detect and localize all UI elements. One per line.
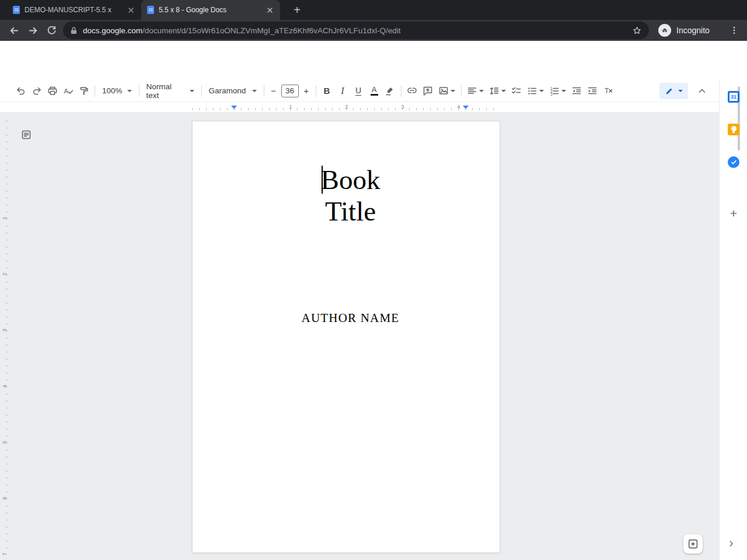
explore-icon	[687, 538, 699, 550]
image-icon	[438, 86, 449, 96]
line-spacing-button[interactable]	[487, 83, 509, 99]
toolbar-separator	[316, 85, 316, 97]
pen-icon	[665, 86, 674, 96]
browser-tab-demo-manuscript[interactable]: DEMO-MANUSCRIPT-5.5 x	[7, 0, 141, 20]
vertical-ruler[interactable]: 1 2 3 4 5 6 7	[0, 112, 9, 560]
chevron-down-icon	[539, 90, 544, 92]
keep-panel-button[interactable]	[727, 123, 740, 136]
browser-tab-active[interactable]: 5.5 x 8 - Google Docs	[141, 0, 280, 20]
chevron-down-icon	[678, 90, 683, 92]
undo-button[interactable]	[13, 83, 29, 99]
back-button[interactable]	[6, 22, 22, 38]
spellcheck-button[interactable]: A	[60, 83, 76, 99]
horizontal-ruler[interactable]: 1 2 3 4	[0, 102, 719, 112]
incognito-badge: Incognito	[658, 22, 710, 39]
calendar-panel-button[interactable]: 31	[727, 90, 740, 103]
text-color-icon: A	[371, 86, 378, 96]
tasks-panel-button[interactable]	[727, 156, 740, 169]
toolbar-separator	[461, 85, 462, 97]
author-name-text[interactable]: AUTHOR NAME	[235, 311, 466, 326]
formatting-toolbar: A 100% Normal text Garamond − 36 + B I U…	[0, 80, 719, 102]
google-keep-icon	[728, 124, 739, 135]
increase-font-size-button[interactable]: +	[300, 83, 313, 99]
ruler-mark: 6	[2, 494, 8, 503]
decrease-indent-icon	[571, 86, 582, 96]
document-outline-button[interactable]	[20, 129, 32, 141]
forward-button[interactable]	[25, 22, 41, 38]
paint-format-button[interactable]	[76, 83, 92, 99]
collapse-panel-button[interactable]	[724, 536, 739, 551]
redo-button[interactable]	[29, 83, 44, 99]
hide-menus-button[interactable]	[694, 83, 710, 99]
svg-text:3: 3	[550, 92, 553, 96]
bookmark-star-icon[interactable]	[632, 26, 642, 36]
insert-image-button[interactable]	[436, 83, 458, 99]
chevron-down-icon	[252, 90, 257, 92]
bold-button[interactable]: B	[319, 83, 335, 99]
paragraph-style-select[interactable]: Normal text	[142, 83, 198, 99]
print-icon	[47, 86, 58, 96]
chevron-down-icon	[451, 90, 455, 92]
decrease-indent-button[interactable]	[569, 83, 585, 99]
browser-tab-strip: DEMO-MANUSCRIPT-5.5 x 5.5 x 8 - Google D…	[0, 0, 747, 20]
undo-icon	[16, 86, 26, 96]
new-tab-button[interactable]: +	[289, 2, 305, 18]
browser-menu-button[interactable]	[726, 22, 742, 38]
text-color-button[interactable]: A	[366, 83, 382, 99]
explore-button[interactable]	[683, 534, 703, 554]
underline-button[interactable]: U	[351, 83, 366, 99]
ruler-ticks	[6, 121, 8, 553]
decrease-font-size-button[interactable]: −	[267, 83, 280, 99]
line-spacing-icon	[489, 86, 500, 96]
toolbar-separator	[95, 85, 95, 97]
link-icon	[407, 86, 417, 96]
add-comment-button[interactable]	[420, 83, 436, 99]
lock-icon	[70, 26, 78, 35]
document-page[interactable]: Book Title AUTHOR NAME	[192, 121, 500, 553]
google-calendar-icon: 31	[728, 91, 739, 103]
checklist-icon	[511, 86, 522, 96]
docs-favicon-icon	[13, 6, 20, 14]
italic-button[interactable]: I	[335, 83, 351, 99]
font-size-input[interactable]: 36	[281, 85, 299, 97]
ruler-mark: 4	[2, 382, 8, 391]
ruler-mark: 5	[2, 438, 8, 447]
toolbar-separator	[139, 85, 139, 97]
reload-button[interactable]	[43, 22, 60, 38]
right-indent-marker[interactable]	[463, 106, 469, 109]
incognito-label: Incognito	[676, 26, 710, 35]
print-button[interactable]	[44, 83, 60, 99]
highlight-color-button[interactable]	[382, 83, 398, 99]
tab-close-icon[interactable]	[126, 5, 135, 15]
book-title-text[interactable]: Book Title	[235, 164, 466, 227]
numbered-list-button[interactable]: 123	[547, 83, 569, 99]
url-bar[interactable]: docs.google.com/document/d/15oWr61oONLZV…	[63, 22, 649, 39]
tab-title: DEMO-MANUSCRIPT-5.5 x	[25, 6, 121, 14]
increase-indent-icon	[587, 86, 598, 96]
increase-indent-button[interactable]	[585, 83, 601, 99]
highlighter-icon	[385, 86, 395, 96]
google-tasks-icon	[728, 156, 739, 168]
spellcheck-icon: A	[63, 86, 74, 96]
editing-mode-button[interactable]	[659, 83, 688, 99]
numbered-list-icon: 123	[549, 86, 560, 96]
url-text: docs.google.com/document/d/15oWr61oONLZV…	[83, 26, 401, 35]
clear-formatting-button[interactable]: T	[601, 83, 616, 99]
font-family-select[interactable]: Garamond	[205, 83, 261, 99]
align-button[interactable]	[465, 83, 487, 99]
chevron-down-icon	[561, 90, 566, 92]
tab-close-icon[interactable]	[265, 5, 274, 15]
svg-text:A: A	[64, 87, 68, 94]
paint-format-icon	[79, 86, 89, 96]
zoom-select[interactable]: 100%	[98, 83, 136, 99]
chevron-down-icon	[190, 90, 194, 92]
left-indent-marker[interactable]	[231, 106, 237, 109]
chevron-right-icon	[727, 539, 736, 548]
add-panel-app-button[interactable]: +	[726, 206, 741, 221]
ruler-mark: 1	[288, 104, 294, 110]
checklist-button[interactable]	[509, 83, 525, 99]
docs-favicon-icon	[147, 6, 154, 14]
bulleted-list-button[interactable]	[525, 83, 547, 99]
clear-formatting-icon: T	[603, 86, 613, 96]
insert-link-button[interactable]	[404, 83, 420, 99]
